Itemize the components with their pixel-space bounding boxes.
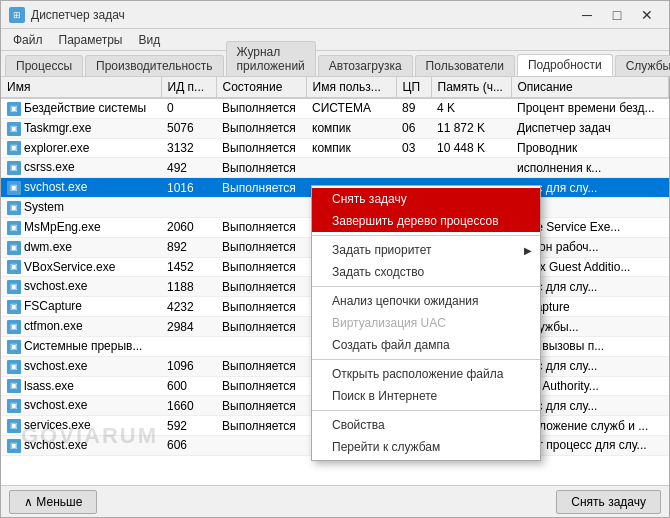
cell-user: компик (306, 118, 396, 138)
cell-pid: 4232 (161, 297, 216, 317)
ctx-separator (312, 235, 540, 236)
process-icon: ▣ (7, 181, 21, 195)
cell-status: Выполняется (216, 138, 306, 158)
app-icon: ⊞ (9, 7, 25, 23)
title-bar: ⊞ Диспетчер задач ─ □ ✕ (1, 1, 669, 29)
cell-name: ▣svchost.exe (1, 178, 161, 198)
menu-bar: Файл Параметры Вид (1, 29, 669, 51)
cell-name: ▣Taskmgr.exe (1, 118, 161, 138)
cell-pid: 492 (161, 158, 216, 178)
cell-mem: 11 872 K (431, 118, 511, 138)
cell-name: ▣System (1, 198, 161, 218)
cell-name: ▣Системные прерыв... (1, 336, 161, 356)
cell-pid: 1096 (161, 356, 216, 376)
cell-status: Выполняется (216, 356, 306, 376)
cell-status (216, 336, 306, 356)
table-row[interactable]: ▣explorer.exe3132Выполняетсякомпик0310 4… (1, 138, 669, 158)
tab-details[interactable]: Подробности (517, 54, 613, 76)
ctx-separator (312, 286, 540, 287)
maximize-button[interactable]: □ (603, 5, 631, 25)
window-title: Диспетчер задач (31, 8, 573, 22)
ctx-item[interactable]: Перейти к службам (312, 436, 540, 458)
process-icon: ▣ (7, 241, 21, 255)
cell-desc: исполнения к... (511, 158, 669, 178)
ctx-item[interactable]: Поиск в Интернете (312, 385, 540, 407)
cell-cpu: 89 (396, 98, 431, 118)
minimize-button[interactable]: ─ (573, 5, 601, 25)
col-pid[interactable]: ИД п... (161, 77, 216, 98)
cell-name: ▣Бездействие системы (1, 98, 161, 118)
cell-status: Выполняется (216, 297, 306, 317)
cell-desc: Процент времени безд... (511, 98, 669, 118)
cell-name: ▣services.exe (1, 416, 161, 436)
context-menu: Снять задачуЗавершить дерево процессовЗа… (311, 185, 541, 461)
ctx-item[interactable]: Анализ цепочки ожидания (312, 290, 540, 312)
cell-pid: 1660 (161, 396, 216, 416)
cell-pid: 600 (161, 376, 216, 396)
menu-view[interactable]: Вид (130, 31, 168, 49)
table-row[interactable]: ▣csrss.exe492Выполняетсяисполнения к... (1, 158, 669, 178)
cell-name: ▣svchost.exe (1, 396, 161, 416)
cell-pid (161, 198, 216, 218)
cell-pid: 592 (161, 416, 216, 436)
ctx-item[interactable]: Завершить дерево процессов (312, 210, 540, 232)
tab-bar: Процессы Производительность Журнал прило… (1, 51, 669, 77)
ctx-item[interactable]: Свойства (312, 414, 540, 436)
tab-startup[interactable]: Автозагрузка (318, 55, 413, 76)
cell-status: Выполняется (216, 237, 306, 257)
window-controls: ─ □ ✕ (573, 5, 661, 25)
process-icon: ▣ (7, 399, 21, 413)
ctx-item[interactable]: Виртуализация UAC (312, 312, 540, 334)
cell-status: Выполняется (216, 376, 306, 396)
table-row[interactable]: ▣Taskmgr.exe5076Выполняетсякомпик0611 87… (1, 118, 669, 138)
cell-user: СИСТЕМА (306, 98, 396, 118)
ctx-item[interactable]: Задать сходство (312, 261, 540, 283)
task-manager-window: ⊞ Диспетчер задач ─ □ ✕ Файл Параметры В… (0, 0, 670, 518)
col-name[interactable]: Имя (1, 77, 161, 98)
tab-processes[interactable]: Процессы (5, 55, 83, 76)
menu-file[interactable]: Файл (5, 31, 51, 49)
ctx-item[interactable]: Снять задачу (312, 188, 540, 210)
ctx-item[interactable]: Задать приоритет (312, 239, 540, 261)
cell-name: ▣MsMpEng.exe (1, 217, 161, 237)
col-user[interactable]: Имя польз... (306, 77, 396, 98)
cell-name: ▣VBoxService.exe (1, 257, 161, 277)
process-icon: ▣ (7, 320, 21, 334)
cell-status: Выполняется (216, 178, 306, 198)
close-button[interactable]: ✕ (633, 5, 661, 25)
col-desc[interactable]: Описание (511, 77, 669, 98)
cell-name: ▣svchost.exe (1, 356, 161, 376)
tab-performance[interactable]: Производительность (85, 55, 223, 76)
cell-pid: 892 (161, 237, 216, 257)
less-button[interactable]: ∧ Меньше (9, 490, 97, 514)
cell-pid: 3132 (161, 138, 216, 158)
cell-status: Выполняется (216, 277, 306, 297)
process-icon: ▣ (7, 280, 21, 294)
process-icon: ▣ (7, 379, 21, 393)
tab-services[interactable]: Службы (615, 55, 670, 76)
process-icon: ▣ (7, 439, 21, 453)
process-icon: ▣ (7, 221, 21, 235)
cell-desc: Диспетчер задач (511, 118, 669, 138)
col-status[interactable]: Состояние (216, 77, 306, 98)
col-cpu[interactable]: ЦП (396, 77, 431, 98)
menu-params[interactable]: Параметры (51, 31, 131, 49)
process-icon: ▣ (7, 201, 21, 215)
ctx-item[interactable]: Создать файл дампа (312, 334, 540, 356)
action-button[interactable]: Снять задачу (556, 490, 661, 514)
cell-name: ▣ctfmon.exe (1, 317, 161, 337)
table-row[interactable]: ▣Бездействие системы0ВыполняетсяСИСТЕМА8… (1, 98, 669, 118)
tab-users[interactable]: Пользователи (415, 55, 515, 76)
cell-status: Выполняется (216, 396, 306, 416)
cell-status: Выполняется (216, 416, 306, 436)
cell-user (306, 158, 396, 178)
cell-pid: 0 (161, 98, 216, 118)
cell-name: ▣explorer.exe (1, 138, 161, 158)
process-table-area: Имя ИД п... Состояние Имя польз... ЦП Па… (1, 77, 669, 485)
cell-cpu (396, 158, 431, 178)
cell-mem: 4 K (431, 98, 511, 118)
col-mem[interactable]: Память (ч... (431, 77, 511, 98)
ctx-item[interactable]: Открыть расположение файла (312, 363, 540, 385)
tab-app-history[interactable]: Журнал приложений (226, 41, 316, 76)
cell-status: Выполняется (216, 217, 306, 237)
